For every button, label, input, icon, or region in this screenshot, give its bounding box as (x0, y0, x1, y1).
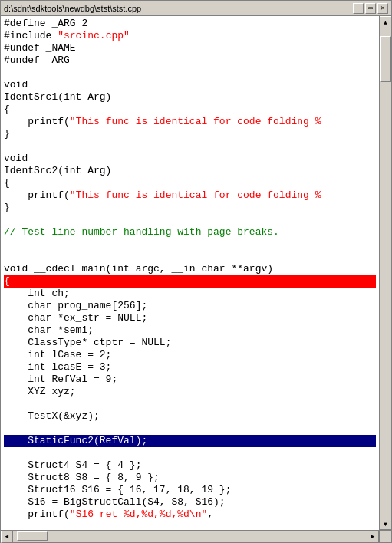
code-line: int ch; (4, 288, 376, 300)
code-line (4, 239, 376, 251)
code-line (4, 423, 376, 435)
code-line: TestX(&xyz); (4, 410, 376, 423)
scroll-track-h[interactable] (13, 531, 367, 542)
scroll-down-button[interactable]: ▼ (380, 518, 392, 530)
bottom-row: ◄ ► (1, 530, 391, 542)
code-line: XYZ xyz; (4, 386, 376, 398)
code-line (4, 251, 376, 263)
code-line: #undef _NAME (4, 42, 376, 54)
code-line: printf("This func is identical for code … (4, 189, 376, 202)
scroll-thumb-v[interactable] (380, 36, 391, 82)
code-line: printf("S16 ret %d,%d,%d,%d\n", (4, 508, 376, 521)
code-line: int RefVal = 9; (4, 374, 376, 386)
title-bar: d:\sdnt\sdktools\newdbg\stst\stst.cpp ─ … (1, 1, 391, 16)
restore-button[interactable]: ▭ (365, 3, 376, 14)
code-line (4, 67, 376, 79)
code-line: { (4, 177, 376, 189)
scrollbar-corner (379, 530, 391, 542)
horizontal-scrollbar[interactable]: ◄ ► (1, 530, 379, 542)
code-line: #define _ARG 2 (4, 18, 376, 30)
code-line: ClassType* ctptr = NULL; (4, 337, 376, 349)
close-button[interactable]: ✕ (377, 3, 388, 14)
scroll-track-v[interactable] (380, 28, 391, 518)
code-line: void (4, 153, 376, 165)
scroll-right-button[interactable]: ► (367, 531, 379, 543)
code-line: Struct16 S16 = { 16, 17, 18, 19 }; (4, 484, 376, 496)
code-line (4, 214, 376, 226)
code-line: char prog_name[256]; (4, 300, 376, 312)
scroll-left-button[interactable]: ◄ (1, 531, 13, 543)
code-line: IdentSrc2(int Arg) (4, 165, 376, 177)
code-line: int lCase = 2; (4, 349, 376, 361)
code-line: char *semi; (4, 324, 376, 337)
scroll-thumb-h[interactable] (17, 531, 48, 541)
minimize-button[interactable]: ─ (353, 3, 364, 14)
code-line (4, 447, 376, 459)
title-buttons: ─ ▭ ✕ (353, 3, 388, 14)
code-line: } (4, 202, 376, 214)
code-line: printf("This func is identical for code … (4, 116, 376, 128)
code-line (4, 140, 376, 153)
code-line: int lcasE = 3; (4, 361, 376, 374)
window-title: d:\sdnt\sdktools\newdbg\stst\stst.cpp (4, 4, 141, 13)
vertical-scrollbar[interactable]: ▲ ▼ (379, 16, 391, 530)
code-line: Struct4 S4 = { 4 }; (4, 459, 376, 472)
code-line: void __cdecl main(int argc, __in char **… (4, 263, 376, 275)
main-window: d:\sdnt\sdktools\newdbg\stst\stst.cpp ─ … (0, 0, 392, 543)
code-line-highlighted: StaticFunc2(RefVal); (4, 435, 376, 447)
code-editor[interactable]: #define _ARG 2 #include "srcinc.cpp" #un… (1, 16, 379, 530)
code-line (4, 398, 376, 410)
code-line: // Test line number handling with page b… (4, 226, 376, 239)
code-line: char *ex_str = NULL; (4, 312, 376, 324)
code-line: void (4, 79, 376, 91)
code-line: S16 = BigStructCall(S4, S8, S16); (4, 496, 376, 508)
code-line: Struct8 S8 = { 8, 9 }; (4, 472, 376, 484)
code-line: } (4, 128, 376, 140)
code-line-breakpoint: { (4, 275, 376, 288)
code-line: #include "srcinc.cpp" (4, 30, 376, 42)
scroll-up-button[interactable]: ▲ (380, 16, 392, 28)
code-line: IdentSrc1(int Arg) (4, 91, 376, 104)
code-line: #undef _ARG (4, 54, 376, 67)
code-line: { (4, 104, 376, 116)
